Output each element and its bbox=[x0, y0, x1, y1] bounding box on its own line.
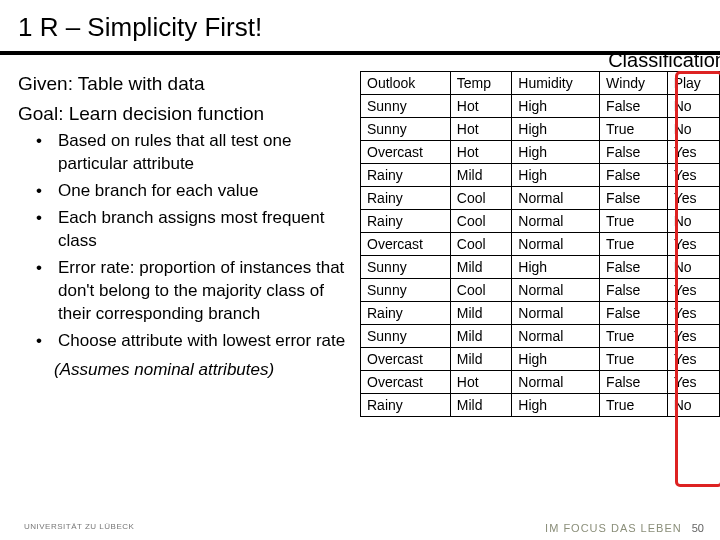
table-cell: Rainy bbox=[361, 164, 451, 187]
table-row: OvercastHotHighFalseYes bbox=[361, 141, 720, 164]
table-row: RainyMildHighTrueNo bbox=[361, 394, 720, 417]
table-cell: Yes bbox=[667, 164, 719, 187]
slide-body: Given: Table with data Goal: Learn decis… bbox=[0, 61, 720, 417]
col-header: Humidity bbox=[512, 72, 600, 95]
table-row: RainyMildHighFalseYes bbox=[361, 164, 720, 187]
table-cell: Sunny bbox=[361, 325, 451, 348]
table-cell: True bbox=[600, 233, 668, 256]
col-header: Play bbox=[667, 72, 719, 95]
table-cell: Sunny bbox=[361, 118, 451, 141]
table-cell: Mild bbox=[450, 302, 511, 325]
table-body: SunnyHotHighFalseNoSunnyHotHighTrueNoOve… bbox=[361, 95, 720, 417]
table-cell: Normal bbox=[512, 233, 600, 256]
table-cell: Rainy bbox=[361, 394, 451, 417]
bullet-item: Each branch assigns most frequent class bbox=[46, 207, 354, 253]
bullet-item: Based on rules that all test one particu… bbox=[46, 130, 354, 176]
table-cell: Yes bbox=[667, 141, 719, 164]
assumes-note: (Assumes nominal attributes) bbox=[54, 359, 354, 382]
table-cell: Hot bbox=[450, 141, 511, 164]
table-cell: True bbox=[600, 394, 668, 417]
table-cell: High bbox=[512, 141, 600, 164]
table-cell: Normal bbox=[512, 371, 600, 394]
table-cell: High bbox=[512, 256, 600, 279]
table-cell: False bbox=[600, 371, 668, 394]
table-cell: Yes bbox=[667, 279, 719, 302]
table-cell: Rainy bbox=[361, 302, 451, 325]
table-row: SunnyHotHighTrueNo bbox=[361, 118, 720, 141]
table-cell: No bbox=[667, 394, 719, 417]
slide-title: 1 R – Simplicity First! bbox=[0, 0, 720, 51]
table-cell: Cool bbox=[450, 187, 511, 210]
right-column: Classification Outlook Temp Humidity Win… bbox=[360, 71, 720, 417]
table-header-row: Outlook Temp Humidity Windy Play bbox=[361, 72, 720, 95]
page-number: 50 bbox=[692, 522, 704, 534]
bullet-list: Based on rules that all test one particu… bbox=[18, 130, 354, 352]
table-cell: False bbox=[600, 302, 668, 325]
table-row: OvercastMildHighTrueYes bbox=[361, 348, 720, 371]
table-cell: High bbox=[512, 394, 600, 417]
col-header: Temp bbox=[450, 72, 511, 95]
table-cell: False bbox=[600, 187, 668, 210]
table-cell: Mild bbox=[450, 394, 511, 417]
table-cell: True bbox=[600, 210, 668, 233]
table-cell: True bbox=[600, 348, 668, 371]
table-cell: True bbox=[600, 325, 668, 348]
table-cell: False bbox=[600, 141, 668, 164]
table-cell: No bbox=[667, 95, 719, 118]
table-cell: No bbox=[667, 256, 719, 279]
table-cell: Cool bbox=[450, 210, 511, 233]
table-cell: High bbox=[512, 118, 600, 141]
table-cell: Rainy bbox=[361, 210, 451, 233]
table-cell: No bbox=[667, 118, 719, 141]
table-cell: False bbox=[600, 95, 668, 118]
table-row: SunnyCoolNormalFalseYes bbox=[361, 279, 720, 302]
col-header: Outlook bbox=[361, 72, 451, 95]
table-row: SunnyHotHighFalseNo bbox=[361, 95, 720, 118]
intro-block: Given: Table with data Goal: Learn decis… bbox=[18, 71, 354, 126]
classification-label: Classification bbox=[608, 49, 720, 72]
table-cell: True bbox=[600, 118, 668, 141]
table-cell: Normal bbox=[512, 302, 600, 325]
table-cell: Normal bbox=[512, 279, 600, 302]
table-cell: Yes bbox=[667, 302, 719, 325]
table-cell: Hot bbox=[450, 118, 511, 141]
table-row: OvercastHotNormalFalseYes bbox=[361, 371, 720, 394]
table-cell: Yes bbox=[667, 371, 719, 394]
table-row: RainyCoolNormalTrueNo bbox=[361, 210, 720, 233]
table-row: SunnyMildHighFalseNo bbox=[361, 256, 720, 279]
table-cell: High bbox=[512, 164, 600, 187]
table-cell: Yes bbox=[667, 187, 719, 210]
table-cell: False bbox=[600, 164, 668, 187]
bullet-item: Error rate: proportion of instances that… bbox=[46, 257, 354, 326]
table-cell: Sunny bbox=[361, 279, 451, 302]
table-cell: Yes bbox=[667, 233, 719, 256]
table-cell: High bbox=[512, 95, 600, 118]
table-cell: False bbox=[600, 256, 668, 279]
table-cell: High bbox=[512, 348, 600, 371]
table-row: OvercastCoolNormalTrueYes bbox=[361, 233, 720, 256]
table-cell: Cool bbox=[450, 279, 511, 302]
table-cell: Mild bbox=[450, 164, 511, 187]
table-cell: Normal bbox=[512, 210, 600, 233]
table-row: RainyCoolNormalFalseYes bbox=[361, 187, 720, 210]
table-cell: Normal bbox=[512, 187, 600, 210]
table-cell: Mild bbox=[450, 325, 511, 348]
table-cell: Mild bbox=[450, 256, 511, 279]
left-column: Given: Table with data Goal: Learn decis… bbox=[18, 71, 354, 417]
university-label: UNIVERSITÄT ZU LÜBECK bbox=[24, 523, 134, 532]
table-cell: No bbox=[667, 210, 719, 233]
bullet-item: One branch for each value bbox=[46, 180, 354, 203]
table-cell: Normal bbox=[512, 325, 600, 348]
table-cell: Overcast bbox=[361, 233, 451, 256]
table-cell: Sunny bbox=[361, 256, 451, 279]
table-cell: Mild bbox=[450, 348, 511, 371]
table-row: RainyMildNormalFalseYes bbox=[361, 302, 720, 325]
table-cell: Overcast bbox=[361, 348, 451, 371]
table-cell: Rainy bbox=[361, 187, 451, 210]
footer: IM FOCUS DAS LEBEN 50 bbox=[545, 522, 704, 534]
table-cell: False bbox=[600, 279, 668, 302]
table-cell: Overcast bbox=[361, 371, 451, 394]
table-cell: Hot bbox=[450, 371, 511, 394]
footer-text: IM FOCUS DAS LEBEN bbox=[545, 522, 682, 534]
col-header: Windy bbox=[600, 72, 668, 95]
